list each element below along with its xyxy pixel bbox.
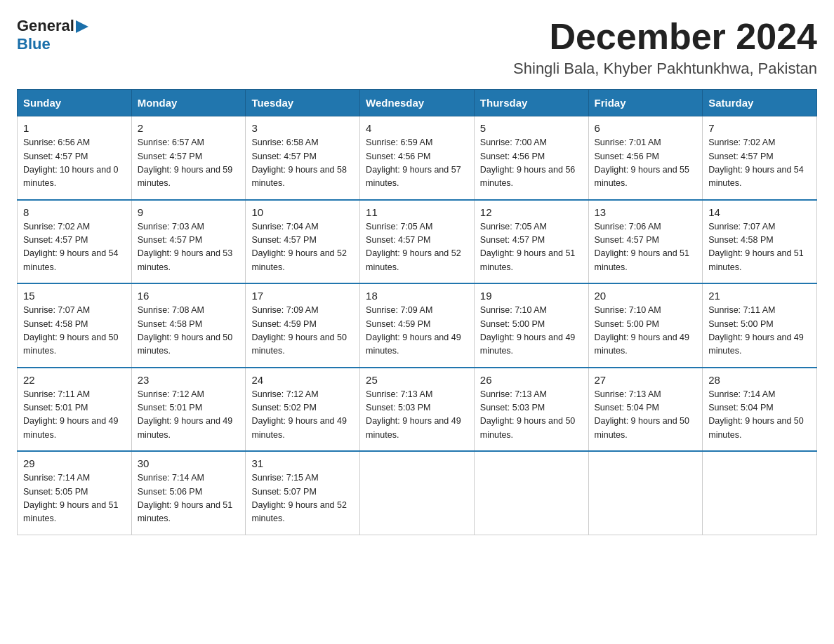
day-number: 16 — [138, 290, 240, 302]
calendar-table: SundayMondayTuesdayWednesdayThursdayFrid… — [17, 89, 817, 535]
day-number: 27 — [595, 374, 697, 386]
calendar-cell: 31 Sunrise: 7:15 AMSunset: 5:07 PMDaylig… — [246, 451, 360, 535]
day-info: Sunrise: 7:03 AMSunset: 4:57 PMDaylight:… — [138, 220, 240, 275]
day-info: Sunrise: 7:13 AMSunset: 5:03 PMDaylight:… — [480, 388, 583, 443]
day-info: Sunrise: 7:12 AMSunset: 5:02 PMDaylight:… — [251, 388, 354, 443]
day-info: Sunrise: 7:04 AMSunset: 4:57 PMDaylight:… — [251, 220, 354, 275]
day-info: Sunrise: 7:01 AMSunset: 4:56 PMDaylight:… — [595, 136, 697, 191]
calendar-cell — [588, 451, 703, 535]
month-title: December 2024 — [513, 17, 817, 57]
calendar-cell: 4 Sunrise: 6:59 AMSunset: 4:56 PMDayligh… — [360, 116, 475, 200]
day-number: 7 — [708, 122, 811, 134]
column-header-sunday: Sunday — [18, 90, 132, 116]
calendar-cell: 14 Sunrise: 7:07 AMSunset: 4:58 PMDaylig… — [703, 200, 817, 284]
day-info: Sunrise: 7:00 AMSunset: 4:56 PMDaylight:… — [480, 136, 583, 191]
calendar-cell: 25 Sunrise: 7:13 AMSunset: 5:03 PMDaylig… — [360, 368, 475, 452]
logo: General Blue — [17, 17, 88, 53]
calendar-week-4: 22 Sunrise: 7:11 AMSunset: 5:01 PMDaylig… — [18, 368, 817, 452]
day-number: 9 — [138, 206, 240, 218]
day-number: 25 — [366, 374, 468, 386]
calendar-cell: 20 Sunrise: 7:10 AMSunset: 5:00 PMDaylig… — [588, 283, 703, 368]
day-number: 14 — [708, 206, 811, 218]
calendar-cell: 29 Sunrise: 7:14 AMSunset: 5:05 PMDaylig… — [18, 451, 132, 535]
calendar-cell: 12 Sunrise: 7:05 AMSunset: 4:57 PMDaylig… — [474, 200, 588, 284]
calendar-cell: 10 Sunrise: 7:04 AMSunset: 4:57 PMDaylig… — [246, 200, 360, 284]
calendar-week-3: 15 Sunrise: 7:07 AMSunset: 4:58 PMDaylig… — [18, 283, 817, 368]
calendar-cell: 11 Sunrise: 7:05 AMSunset: 4:57 PMDaylig… — [360, 200, 475, 284]
calendar-week-2: 8 Sunrise: 7:02 AMSunset: 4:57 PMDayligh… — [18, 200, 817, 284]
day-info: Sunrise: 7:05 AMSunset: 4:57 PMDaylight:… — [480, 220, 583, 275]
day-number: 19 — [480, 290, 583, 302]
day-info: Sunrise: 6:58 AMSunset: 4:57 PMDaylight:… — [251, 136, 354, 191]
day-number: 15 — [23, 290, 126, 302]
day-info: Sunrise: 7:11 AMSunset: 5:01 PMDaylight:… — [23, 388, 126, 443]
day-info: Sunrise: 6:57 AMSunset: 4:57 PMDaylight:… — [138, 136, 240, 191]
day-number: 18 — [366, 290, 468, 302]
calendar-header-row: SundayMondayTuesdayWednesdayThursdayFrid… — [18, 90, 817, 116]
calendar-cell: 13 Sunrise: 7:06 AMSunset: 4:57 PMDaylig… — [588, 200, 703, 284]
day-number: 23 — [138, 374, 240, 386]
day-info: Sunrise: 7:02 AMSunset: 4:57 PMDaylight:… — [23, 220, 126, 275]
calendar-cell: 27 Sunrise: 7:13 AMSunset: 5:04 PMDaylig… — [588, 368, 703, 452]
day-info: Sunrise: 7:07 AMSunset: 4:58 PMDaylight:… — [23, 304, 126, 358]
day-info: Sunrise: 7:10 AMSunset: 5:00 PMDaylight:… — [595, 304, 697, 358]
location-title: Shingli Bala, Khyber Pakhtunkhwa, Pakist… — [513, 60, 817, 78]
logo-arrow-icon — [76, 20, 88, 33]
calendar-cell: 24 Sunrise: 7:12 AMSunset: 5:02 PMDaylig… — [246, 368, 360, 452]
calendar-cell: 26 Sunrise: 7:13 AMSunset: 5:03 PMDaylig… — [474, 368, 588, 452]
day-number: 5 — [480, 122, 583, 134]
column-header-friday: Friday — [588, 90, 703, 116]
day-number: 3 — [251, 122, 354, 134]
calendar-cell: 21 Sunrise: 7:11 AMSunset: 5:00 PMDaylig… — [703, 283, 817, 368]
calendar-cell — [703, 451, 817, 535]
day-info: Sunrise: 7:07 AMSunset: 4:58 PMDaylight:… — [708, 220, 811, 275]
page-header: General Blue December 2024 Shingli Bala,… — [17, 17, 817, 78]
day-info: Sunrise: 7:02 AMSunset: 4:57 PMDaylight:… — [708, 136, 811, 191]
column-header-monday: Monday — [131, 90, 246, 116]
day-number: 11 — [366, 206, 468, 218]
calendar-cell: 8 Sunrise: 7:02 AMSunset: 4:57 PMDayligh… — [18, 200, 132, 284]
day-number: 26 — [480, 374, 583, 386]
day-number: 22 — [23, 374, 126, 386]
day-number: 17 — [251, 290, 354, 302]
column-header-saturday: Saturday — [703, 90, 817, 116]
calendar-cell: 6 Sunrise: 7:01 AMSunset: 4:56 PMDayligh… — [588, 116, 703, 200]
calendar-cell: 19 Sunrise: 7:10 AMSunset: 5:00 PMDaylig… — [474, 283, 588, 368]
day-info: Sunrise: 7:14 AMSunset: 5:04 PMDaylight:… — [708, 388, 811, 443]
day-number: 30 — [138, 457, 240, 469]
column-header-thursday: Thursday — [474, 90, 588, 116]
day-info: Sunrise: 7:05 AMSunset: 4:57 PMDaylight:… — [366, 220, 468, 275]
day-number: 8 — [23, 206, 126, 218]
day-info: Sunrise: 7:11 AMSunset: 5:00 PMDaylight:… — [708, 304, 811, 358]
day-info: Sunrise: 6:59 AMSunset: 4:56 PMDaylight:… — [366, 136, 468, 191]
day-info: Sunrise: 7:13 AMSunset: 5:04 PMDaylight:… — [595, 388, 697, 443]
day-number: 31 — [251, 457, 354, 469]
day-number: 13 — [595, 206, 697, 218]
calendar-cell: 2 Sunrise: 6:57 AMSunset: 4:57 PMDayligh… — [131, 116, 246, 200]
logo-general-text: General — [17, 17, 74, 35]
day-number: 21 — [708, 290, 811, 302]
day-info: Sunrise: 7:14 AMSunset: 5:06 PMDaylight:… — [138, 471, 240, 526]
column-header-tuesday: Tuesday — [246, 90, 360, 116]
day-info: Sunrise: 7:13 AMSunset: 5:03 PMDaylight:… — [366, 388, 468, 443]
calendar-cell: 7 Sunrise: 7:02 AMSunset: 4:57 PMDayligh… — [703, 116, 817, 200]
calendar-body: 1 Sunrise: 6:56 AMSunset: 4:57 PMDayligh… — [18, 116, 817, 535]
day-number: 1 — [23, 122, 126, 134]
day-number: 28 — [708, 374, 811, 386]
calendar-cell: 16 Sunrise: 7:08 AMSunset: 4:58 PMDaylig… — [131, 283, 246, 368]
calendar-cell: 5 Sunrise: 7:00 AMSunset: 4:56 PMDayligh… — [474, 116, 588, 200]
day-number: 2 — [138, 122, 240, 134]
day-info: Sunrise: 6:56 AMSunset: 4:57 PMDaylight:… — [23, 136, 126, 191]
calendar-cell: 9 Sunrise: 7:03 AMSunset: 4:57 PMDayligh… — [131, 200, 246, 284]
calendar-cell: 15 Sunrise: 7:07 AMSunset: 4:58 PMDaylig… — [18, 283, 132, 368]
calendar-cell: 1 Sunrise: 6:56 AMSunset: 4:57 PMDayligh… — [18, 116, 132, 200]
title-section: December 2024 Shingli Bala, Khyber Pakht… — [513, 17, 817, 78]
day-number: 10 — [251, 206, 354, 218]
day-info: Sunrise: 7:15 AMSunset: 5:07 PMDaylight:… — [251, 471, 354, 526]
day-number: 4 — [366, 122, 468, 134]
calendar-cell: 18 Sunrise: 7:09 AMSunset: 4:59 PMDaylig… — [360, 283, 475, 368]
calendar-cell: 3 Sunrise: 6:58 AMSunset: 4:57 PMDayligh… — [246, 116, 360, 200]
day-number: 29 — [23, 457, 126, 469]
day-info: Sunrise: 7:09 AMSunset: 4:59 PMDaylight:… — [251, 304, 354, 358]
calendar-cell — [360, 451, 475, 535]
